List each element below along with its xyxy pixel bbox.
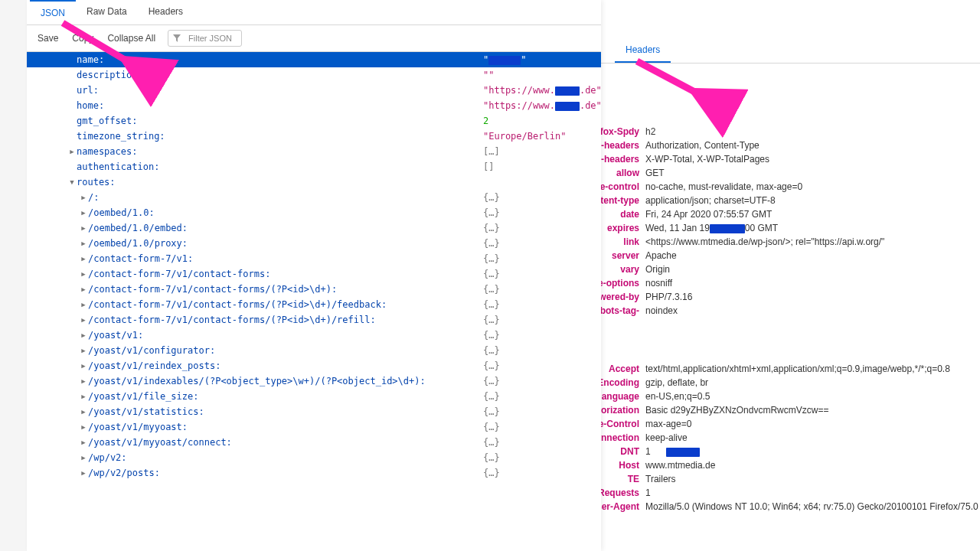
tab-headers[interactable]: Headers [138,0,194,24]
json-row[interactable]: ▶/contact-form-7/v1/contact-forms:{…} [27,266,601,282]
request-headers: Accepttext/html,application/xhtml+xml,ap… [601,362,980,486]
tab-raw[interactable]: Raw Data [76,0,138,24]
header-row: low-headersAuthorization, Content-Type [601,139,980,152]
header-row: User-AgentMozilla/5.0 (Windows NT 10.0; … [601,500,980,514]
header-row: -robots-tagnoindex [601,304,980,318]
filter-icon [173,34,181,42]
json-row[interactable]: ▶/wp/v2:{…} [27,450,601,465]
json-row[interactable]: ▶/contact-form-7/v1/contact-forms/(?P<id… [27,282,601,297]
header-row: ose-headersX-WP-Total, X-WP-TotalPages [601,152,980,166]
json-row[interactable]: ▶/yoast/v1/myyoast:{…} [27,419,601,435]
json-row[interactable]: ▶/:{…} [27,190,601,205]
json-row[interactable]: description:"" [27,67,601,83]
json-row[interactable]: ▶namespaces:[…] [27,144,601,159]
header-row: DNT1 [601,445,980,458]
filter-input[interactable]: Filter JSON [168,30,242,47]
header-row: varyOrigin [601,262,980,276]
headers-panel: Headers Firefox-Spdyh2low-headersAuthori… [601,0,980,551]
header-row: TETrailers [601,472,980,486]
json-row[interactable]: ▶/contact-form-7/v1/contact-forms/(?P<id… [27,297,601,312]
header-row: serverApache [601,249,980,262]
header-row: e-Controlmax-age=0 [601,417,980,431]
header-row: allowGET [601,166,980,180]
header-row: Encodinggzip, deflate, br [601,376,980,390]
viewer-tabs: JSON Raw Data Headers [27,0,601,25]
json-row[interactable]: url:"https://www..de" [27,83,601,98]
json-row[interactable]: ▶/yoast/v1/reindex_posts:{…} [27,358,601,373]
json-row[interactable]: ▶/yoast/v1/configurator:{…} [27,343,601,358]
header-row: ontent-typeapplication/json; charset=UTF… [601,194,980,207]
json-tree[interactable]: name:""description:""url:"https://www..d… [27,52,601,551]
header-row: Firefox-Spdyh2 [601,125,980,139]
collapse-all-button[interactable]: Collapse All [103,31,160,45]
json-row[interactable]: ▶/oembed/1.0/proxy:{…} [27,236,601,251]
response-headers: Firefox-Spdyh2low-headersAuthorization, … [601,125,980,318]
json-row[interactable]: ▶/yoast/v1/indexables/(?P<object_type>\w… [27,373,601,389]
right-tabs: Headers [601,38,980,64]
json-row[interactable]: ▶/oembed/1.0:{…} [27,205,601,220]
header-row: nnectionkeep-alive [601,431,980,445]
header-row: link<https://www.mtmedia.de/wp-json/>; r… [601,235,980,249]
json-row[interactable]: ▶/yoast/v1:{…} [27,328,601,343]
json-row[interactable]: timezone_string:"Europe/Berlin" [27,129,601,144]
header-row: ache-controlno-cache, must-revalidate, m… [601,180,980,194]
header-row: dateFri, 24 Apr 2020 07:55:57 GMT [601,207,980,221]
header-row: Hostwww.mtmedia.de [601,458,980,472]
header-row: Upgrade-Insecure-Requests1 [601,486,980,500]
json-row[interactable]: ▶/yoast/v1/file_size:{…} [27,389,601,404]
json-row[interactable]: gmt_offset:2 [27,113,601,129]
json-viewer-panel: JSON Raw Data Headers Save Copy Collapse… [27,0,601,551]
header-row: powered-byPHP/7.3.16 [601,290,980,304]
json-row[interactable]: home:"https://www..de" [27,98,601,113]
json-row[interactable]: ▶/wp/v2/posts:{…} [27,465,601,481]
json-row[interactable]: authentication:[] [27,159,601,174]
json-row[interactable]: ▼routes: [27,174,601,190]
header-row: orizationBasic d29yZHByZXNzOndvcmRwcmVzc… [601,403,980,417]
json-row[interactable]: ▶/oembed/1.0/embed:{…} [27,220,601,236]
json-row[interactable]: ▶/contact-form-7/v1/contact-forms/(?P<id… [27,312,601,328]
right-tab-headers[interactable]: Headers [615,38,671,63]
save-button[interactable]: Save [33,31,63,45]
tab-json[interactable]: JSON [30,0,76,24]
request-headers-wide: Upgrade-Insecure-Requests1User-AgentMozi… [601,486,980,514]
copy-button[interactable]: Copy [67,31,98,45]
json-row[interactable]: name:"" [27,52,601,67]
json-row[interactable]: ▶/contact-form-7/v1:{…} [27,251,601,266]
json-toolbar: Save Copy Collapse All Filter JSON [27,25,601,52]
header-row: anguageen-US,en;q=0.5 [601,390,980,403]
header-row: ype-optionsnosniff [601,276,980,290]
json-row[interactable]: ▶/yoast/v1/myyoast/connect:{…} [27,435,601,450]
header-row: expiresWed, 11 Jan 1900 GMT [601,221,980,235]
json-row[interactable]: ▶/yoast/v1/statistics:{…} [27,404,601,419]
header-row: Accepttext/html,application/xhtml+xml,ap… [601,362,980,376]
